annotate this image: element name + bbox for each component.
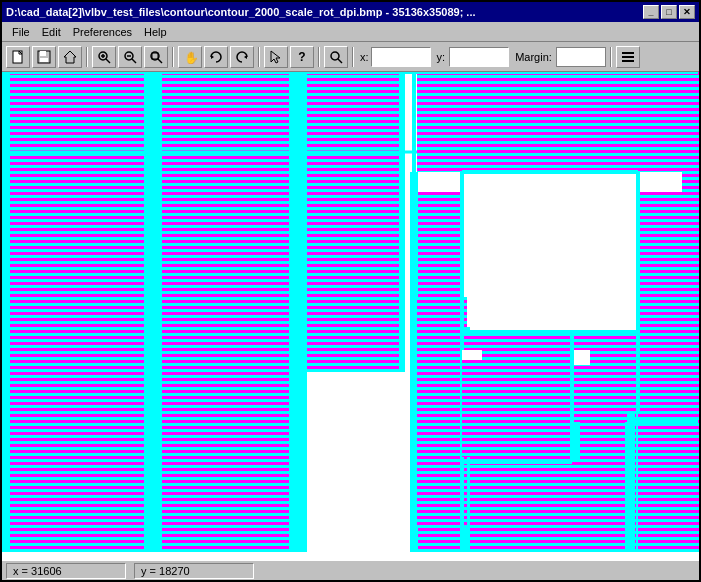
svg-line-15 [158,59,162,63]
svg-line-12 [132,59,136,63]
help-button[interactable]: ? [290,46,314,68]
toolbar-separator-3 [258,47,260,67]
title-bar: D:\cad_data[2]\vlbv_test_files\contour\c… [2,2,699,22]
minimize-button[interactable]: _ [643,5,659,19]
zoom-out-button[interactable] [118,46,142,68]
svg-marker-6 [64,51,76,63]
zoom-fit-button[interactable] [144,46,168,68]
window-title: D:\cad_data[2]\vlbv_test_files\contour\c… [6,6,643,18]
menu-file[interactable]: File [6,24,36,40]
svg-rect-42 [572,332,682,422]
rotate-ccw-button[interactable] [230,46,254,68]
svg-rect-34 [462,172,637,332]
toolbar-separator-2 [172,47,174,67]
home-button[interactable] [58,46,82,68]
svg-marker-19 [244,55,247,59]
svg-rect-30 [162,72,292,552]
canvas-area[interactable] [2,72,699,560]
svg-text:✋: ✋ [184,50,197,64]
svg-rect-65 [462,350,482,360]
zoom-window-button[interactable] [324,46,348,68]
pan-button[interactable]: ✋ [178,46,202,68]
svg-rect-16 [152,53,158,59]
svg-rect-32 [417,72,687,172]
y-input[interactable] [449,47,509,67]
svg-marker-18 [211,55,214,59]
main-window: D:\cad_data[2]\vlbv_test_files\contour\c… [0,0,701,582]
svg-rect-64 [638,412,698,552]
svg-rect-24 [622,56,634,58]
x-input[interactable] [371,47,431,67]
toolbar: ✋ ? x: y: Margin: [2,42,699,72]
toolbar-separator-6 [610,47,612,67]
window-controls: _ □ ✕ [643,5,695,19]
y-coord-panel: y = 18270 [134,563,254,579]
menu-preferences[interactable]: Preferences [67,24,138,40]
y-label: y: [437,51,446,63]
svg-rect-48 [417,297,467,527]
svg-marker-20 [271,51,280,63]
svg-rect-23 [622,52,634,54]
menu-bar: File Edit Preferences Help [2,22,699,42]
svg-rect-29 [2,72,147,552]
svg-rect-31 [307,72,402,372]
svg-line-22 [338,59,342,63]
status-bar: x = 31606 y = 18270 [2,560,699,580]
svg-rect-4 [40,51,46,56]
svg-rect-25 [622,60,634,62]
x-label: x: [360,51,369,63]
menu-help[interactable]: Help [138,24,173,40]
x-coord-panel: x = 31606 [6,563,126,579]
image-visualization [2,72,699,560]
zoom-in-button[interactable] [92,46,116,68]
svg-point-21 [331,52,339,60]
margin-label: Margin: [515,51,552,63]
close-button[interactable]: ✕ [679,5,695,19]
select-button[interactable] [264,46,288,68]
toolbar-separator-4 [318,47,320,67]
maximize-button[interactable]: □ [661,5,677,19]
margin-input[interactable] [556,47,606,67]
save-button[interactable] [32,46,56,68]
toolbar-separator-1 [86,47,88,67]
menu-edit[interactable]: Edit [36,24,67,40]
new-button[interactable] [6,46,30,68]
layers-button[interactable] [616,46,640,68]
rotate-cw-button[interactable] [204,46,228,68]
svg-line-8 [106,59,110,63]
svg-rect-63 [462,357,567,457]
svg-rect-37 [2,72,10,552]
svg-rect-5 [40,58,48,62]
toolbar-separator-5 [352,47,354,67]
